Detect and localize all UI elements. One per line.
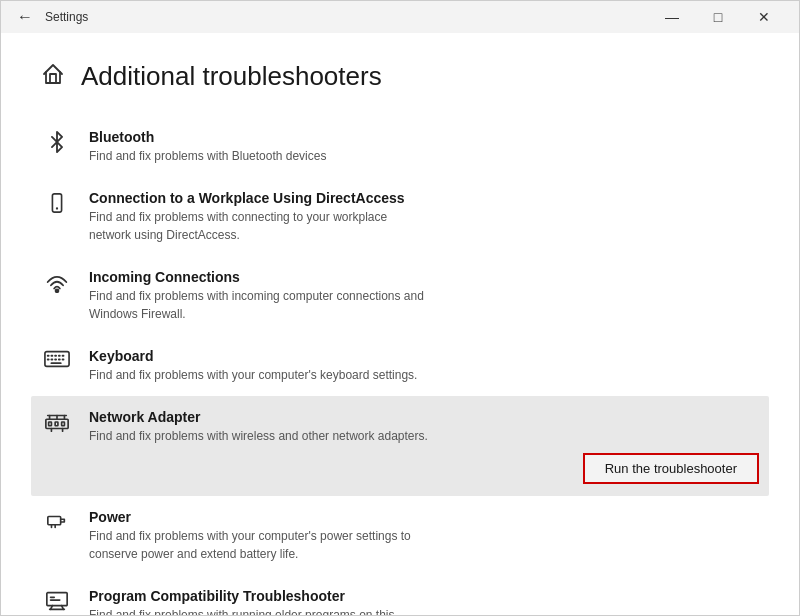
item-desc: Find and fix problems with running older… (89, 606, 759, 615)
svg-rect-28 (47, 593, 67, 606)
list-item[interactable]: Network Adapter Find and fix problems wi… (31, 396, 769, 496)
maximize-button[interactable]: □ (695, 1, 741, 33)
run-troubleshooter-button[interactable]: Run the troubleshooter (583, 453, 759, 484)
item-text-power: Power Find and fix problems with your co… (89, 509, 759, 563)
item-text-compat: Program Compatibility Troubleshooter Fin… (89, 588, 759, 615)
item-title: Power (89, 509, 759, 525)
item-title: Incoming Connections (89, 269, 759, 285)
directaccess-icon (41, 190, 73, 214)
item-title: Network Adapter (89, 409, 759, 425)
list-item[interactable]: Incoming Connections Find and fix proble… (41, 256, 759, 335)
item-title: Bluetooth (89, 129, 759, 145)
item-text-bluetooth: Bluetooth Find and fix problems with Blu… (89, 129, 759, 165)
compat-icon (41, 588, 73, 612)
close-button[interactable]: ✕ (741, 1, 787, 33)
power-icon (41, 509, 73, 533)
page-title: Additional troubleshooters (81, 61, 382, 92)
title-bar-left: ← Settings (13, 6, 649, 28)
window-controls: — □ ✕ (649, 1, 787, 33)
item-desc: Find and fix problems with your computer… (89, 527, 759, 563)
item-text-network: Network Adapter Find and fix problems wi… (89, 409, 759, 484)
bluetooth-icon (41, 129, 73, 153)
item-desc: Find and fix problems with incoming comp… (89, 287, 759, 323)
item-title: Connection to a Workplace Using DirectAc… (89, 190, 759, 206)
svg-rect-24 (62, 422, 65, 426)
window-title: Settings (45, 10, 88, 24)
item-title: Keyboard (89, 348, 759, 364)
title-bar: ← Settings — □ ✕ (1, 1, 799, 33)
keyboard-icon (41, 348, 73, 368)
svg-rect-22 (49, 422, 52, 426)
item-text-directaccess: Connection to a Workplace Using DirectAc… (89, 190, 759, 244)
item-desc: Find and fix problems with Bluetooth dev… (89, 147, 759, 165)
main-content: Additional troubleshooters Bluetooth Fin… (1, 33, 799, 615)
item-text-keyboard: Keyboard Find and fix problems with your… (89, 348, 759, 384)
item-desc: Find and fix problems with your computer… (89, 366, 759, 384)
list-item[interactable]: Program Compatibility Troubleshooter Fin… (41, 575, 759, 615)
list-item[interactable]: Keyboard Find and fix problems with your… (41, 335, 759, 396)
item-title: Program Compatibility Troubleshooter (89, 588, 759, 604)
content-area: Additional troubleshooters Bluetooth Fin… (1, 33, 799, 615)
back-button[interactable]: ← (13, 6, 37, 28)
item-desc: Find and fix problems with wireless and … (89, 427, 759, 445)
home-icon (41, 62, 65, 92)
svg-point-2 (56, 289, 59, 292)
list-item[interactable]: Bluetooth Find and fix problems with Blu… (41, 116, 759, 177)
item-text-incoming: Incoming Connections Find and fix proble… (89, 269, 759, 323)
wifi-icon (41, 269, 73, 293)
network-adapter-icon (41, 409, 73, 433)
page-header: Additional troubleshooters (41, 61, 759, 92)
run-button-container: Run the troubleshooter (89, 453, 759, 484)
list-item[interactable]: Connection to a Workplace Using DirectAc… (41, 177, 759, 256)
svg-rect-25 (48, 517, 61, 525)
svg-rect-23 (55, 422, 58, 426)
window: ← Settings — □ ✕ Additional troubl (0, 0, 800, 616)
list-item[interactable]: Power Find and fix problems with your co… (41, 496, 759, 575)
minimize-button[interactable]: — (649, 1, 695, 33)
item-desc: Find and fix problems with connecting to… (89, 208, 759, 244)
